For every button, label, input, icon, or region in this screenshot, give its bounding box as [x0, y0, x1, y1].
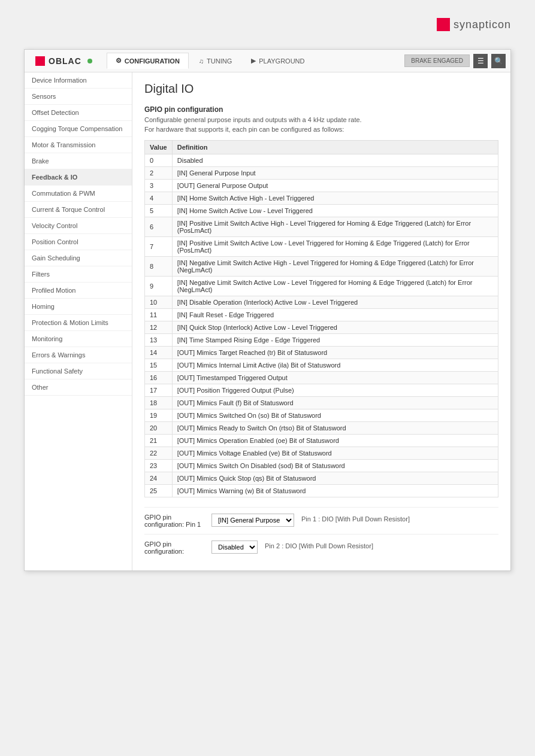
- table-cell-definition: [IN] Negative Limit Switch Active Low - …: [172, 277, 498, 296]
- sidebar-item-cogging-torque[interactable]: Cogging Torque Compensation: [25, 121, 132, 137]
- gpio-pin2-value: Pin 2 : DIO [With Pull Down Resistor]: [265, 541, 373, 549]
- tuning-icon: ♫: [199, 57, 204, 65]
- sidebar-item-profiled-motion[interactable]: Profiled Motion: [25, 283, 132, 299]
- main-content: Digital IO GPIO pin configuration Config…: [132, 72, 510, 570]
- sidebar-item-device-information[interactable]: Device Information: [25, 72, 132, 89]
- table-row: 25[OUT] Mimics Warning (w) Bit of Status…: [145, 485, 498, 497]
- table-cell-value: 14: [145, 347, 173, 359]
- sidebar-item-sensors[interactable]: Sensors: [25, 89, 132, 105]
- connection-status-dot: [87, 59, 92, 63]
- table-row: 7[IN] Positive Limit Switch Active Low -…: [145, 237, 498, 257]
- tab-playground[interactable]: ▶ PLAYGROUND: [242, 53, 313, 69]
- sidebar-item-filters[interactable]: Filters: [25, 266, 132, 283]
- sidebar-item-protection-limits[interactable]: Protection & Motion Limits: [25, 315, 132, 331]
- table-row: 3[OUT] General Purpose Output: [145, 180, 498, 192]
- table-cell-definition: [OUT] Mimics Voltage Enabled (ve) Bit of…: [172, 447, 498, 460]
- table-row: 14[OUT] Mimics Target Reached (tr) Bit o…: [145, 347, 498, 359]
- table-cell-value: 24: [145, 472, 173, 485]
- top-nav: OBLAC ⚙ CONFIGURATION ♫ TUNING ▶ PLAYGRO…: [25, 50, 510, 72]
- table-row: 22[OUT] Mimics Voltage Enabled (ve) Bit …: [145, 447, 498, 460]
- sidebar-item-velocity-control[interactable]: Velocity Control: [25, 218, 132, 234]
- table-row: 13[IN] Time Stamped Rising Edge - Edge T…: [145, 334, 498, 347]
- gpio-table: Value Definition 0Disabled2[IN] General …: [144, 140, 498, 497]
- tab-tuning[interactable]: ♫ TUNING: [190, 53, 241, 69]
- brake-button[interactable]: BRAKE ENGAGED: [404, 54, 470, 67]
- sidebar-item-gain-scheduling[interactable]: Gain Scheduling: [25, 250, 132, 266]
- nav-right: BRAKE ENGAGED ☰ 🔍: [404, 54, 506, 68]
- table-cell-definition: [OUT] Mimics Switched On (so) Bit of Sta…: [172, 409, 498, 422]
- table-cell-definition: [OUT] Position Triggered Output (Pulse): [172, 384, 498, 397]
- table-cell-value: 0: [145, 154, 173, 167]
- table-cell-definition: [IN] Quick Stop (Interlock) Active Low -…: [172, 321, 498, 334]
- table-row: 15[OUT] Mimics Internal Limit Active (il…: [145, 359, 498, 372]
- sidebar-item-other[interactable]: Other: [25, 379, 132, 396]
- table-row: 2[IN] General Purpose Input: [145, 167, 498, 180]
- nav-app-name: OBLAC: [49, 56, 81, 66]
- nav-logo-square: [35, 56, 45, 66]
- table-cell-value: 7: [145, 237, 173, 257]
- gpio-pin2-label: GPIO pin configuration:: [144, 541, 204, 555]
- sidebar-item-errors-warnings[interactable]: Errors & Warnings: [25, 347, 132, 363]
- tab-tuning-label: TUNING: [207, 57, 232, 65]
- sidebar-item-monitoring[interactable]: Monitoring: [25, 331, 132, 347]
- table-cell-value: 23: [145, 460, 173, 472]
- logo-area: synapticon: [24, 12, 511, 43]
- sidebar-item-commutation-pwm[interactable]: Commutation & PWM: [25, 186, 132, 202]
- sidebar-item-position-control[interactable]: Position Control: [25, 234, 132, 250]
- table-cell-definition: [IN] Fault Reset - Edge Triggered: [172, 309, 498, 321]
- logo-square: [437, 18, 450, 31]
- tab-configuration[interactable]: ⚙ CONFIGURATION: [107, 53, 189, 69]
- gpio-pin2-select[interactable]: Disabled: [211, 541, 258, 554]
- table-cell-definition: [IN] Negative Limit Switch Active High -…: [172, 257, 498, 277]
- table-cell-value: 15: [145, 359, 173, 372]
- configuration-icon: ⚙: [116, 57, 122, 65]
- nav-tabs: ⚙ CONFIGURATION ♫ TUNING ▶ PLAYGROUND: [107, 53, 403, 69]
- section-desc1: Configurable general purpose inputs and …: [144, 116, 498, 123]
- table-cell-value: 3: [145, 180, 173, 192]
- table-cell-definition: [OUT] Timestamped Triggered Output: [172, 372, 498, 384]
- table-cell-value: 20: [145, 422, 173, 435]
- sidebar-item-functional-safety[interactable]: Functional Safety: [25, 363, 132, 379]
- sidebar-item-current-torque[interactable]: Current & Torque Control: [25, 202, 132, 218]
- tab-configuration-label: CONFIGURATION: [125, 57, 180, 65]
- table-row: 6[IN] Positive Limit Switch Active High …: [145, 217, 498, 237]
- col-header-definition: Definition: [172, 141, 498, 154]
- sidebar-item-brake[interactable]: Brake: [25, 153, 132, 169]
- menu-button[interactable]: ☰: [473, 54, 488, 68]
- search-icon: 🔍: [494, 57, 503, 65]
- nav-logo: OBLAC: [29, 56, 98, 66]
- sidebar-item-motor-transmission[interactable]: Motor & Transmission: [25, 137, 132, 153]
- table-row: 9[IN] Negative Limit Switch Active Low -…: [145, 277, 498, 296]
- sidebar-item-offset-detection[interactable]: Offset Detection: [25, 105, 132, 121]
- section-desc2: For hardware that supports it, each pin …: [144, 126, 498, 133]
- table-cell-value: 13: [145, 334, 173, 347]
- table-cell-definition: [OUT] General Purpose Output: [172, 180, 498, 192]
- table-cell-value: 17: [145, 384, 173, 397]
- table-cell-definition: [OUT] Mimics Internal Limit Active (ila)…: [172, 359, 498, 372]
- table-cell-value: 22: [145, 447, 173, 460]
- sidebar-item-homing[interactable]: Homing: [25, 299, 132, 315]
- table-cell-value: 12: [145, 321, 173, 334]
- table-cell-value: 11: [145, 309, 173, 321]
- table-cell-definition: [OUT] Mimics Switch On Disabled (sod) Bi…: [172, 460, 498, 472]
- gpio-pin1-value: Pin 1 : DIO [With Pull Down Resistor]: [301, 514, 410, 523]
- table-cell-value: 19: [145, 409, 173, 422]
- app-container: OBLAC ⚙ CONFIGURATION ♫ TUNING ▶ PLAYGRO…: [24, 49, 511, 571]
- table-cell-value: 18: [145, 397, 173, 409]
- search-button[interactable]: 🔍: [491, 54, 506, 68]
- table-cell-definition: [IN] Home Switch Active Low - Level Trig…: [172, 205, 498, 217]
- table-cell-definition: Disabled: [172, 154, 498, 167]
- table-row: 8[IN] Negative Limit Switch Active High …: [145, 257, 498, 277]
- table-row: 11[IN] Fault Reset - Edge Triggered: [145, 309, 498, 321]
- playground-icon: ▶: [251, 57, 256, 65]
- gpio-pin1-select[interactable]: [IN] General Purpose: [211, 514, 294, 527]
- table-cell-value: 4: [145, 192, 173, 205]
- page-title: Digital IO: [144, 82, 498, 96]
- table-row: 18[OUT] Mimics Fault (f) Bit of Statuswo…: [145, 397, 498, 409]
- table-row: 16[OUT] Timestamped Triggered Output: [145, 372, 498, 384]
- table-cell-value: 2: [145, 167, 173, 180]
- sidebar-item-feedback-io[interactable]: Feedback & IO: [25, 169, 132, 186]
- col-header-value: Value: [145, 141, 173, 154]
- tab-playground-label: PLAYGROUND: [259, 57, 304, 65]
- table-row: 12[IN] Quick Stop (Interlock) Active Low…: [145, 321, 498, 334]
